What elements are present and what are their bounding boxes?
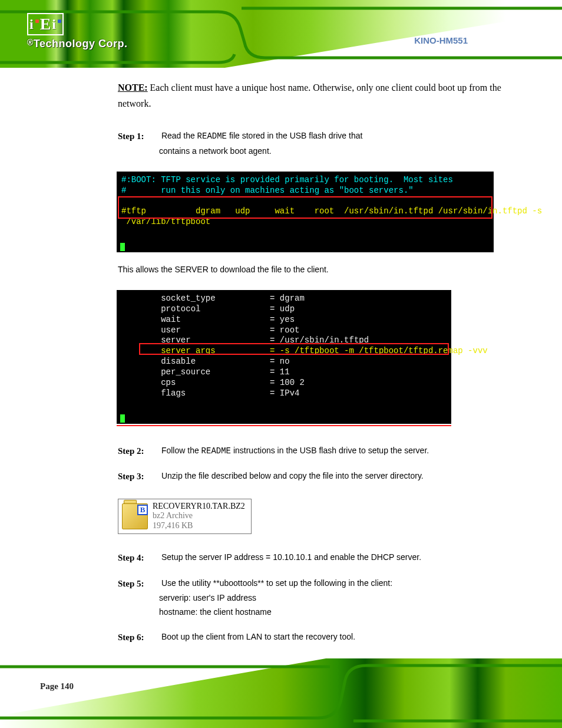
step-3: Step 3: Unzip the file described below a… xyxy=(118,469,536,485)
step-number: Step 3: xyxy=(118,469,159,485)
step-number: Step 1: xyxy=(118,129,159,144)
terminal-cursor-icon xyxy=(120,414,125,423)
step-text-cont: serverip: user's IP address xyxy=(159,591,536,605)
term-line: /var/lib/tftpboot xyxy=(121,217,210,226)
red-underline xyxy=(117,425,451,426)
step-2: Step 2: Follow the README instructions i… xyxy=(118,444,536,459)
step-text: Setup the server IP address = 10.10.10.1… xyxy=(161,552,421,562)
mid-paragraph: This allows the SERVER to download the f… xyxy=(118,263,536,277)
terminal-screenshot-2: socket_type = dgram protocol = udp wait … xyxy=(117,290,451,424)
step-text-cont: hostname: the client hostname xyxy=(159,605,536,620)
step-number: Step 2: xyxy=(118,444,159,459)
terminal-cursor-icon xyxy=(120,243,125,251)
term-line: # run this only on machines acting as "b… xyxy=(121,186,414,195)
step-text-cont: contains a network boot agent. xyxy=(159,144,536,159)
step-text: Follow the README instructions in the US… xyxy=(161,446,429,455)
step-1: Step 1: Read the README file stored in t… xyxy=(118,129,536,158)
step-text: Boot up the client from LAN to start the… xyxy=(161,632,355,641)
document-title: KINO-HM551 xyxy=(414,35,468,45)
step-text: Use the utility **uboottools** to set up… xyxy=(161,578,392,588)
step-number: Step 4: xyxy=(118,551,159,566)
file-type: bz2 Archive xyxy=(153,511,245,521)
terminal-screenshot-1: #:BOOT: TFTP service is provided primari… xyxy=(117,172,494,252)
step-text: Unzip the file described below and copy … xyxy=(161,471,424,480)
note-paragraph: NOTE: Each client must have a unique hos… xyxy=(118,80,536,111)
note-label: NOTE: xyxy=(118,83,148,93)
page-number: Page 140 xyxy=(32,678,82,695)
note-text: Each client must have a unique host name… xyxy=(118,83,501,108)
step-5: Step 5: Use the utility **uboottools** t… xyxy=(118,577,536,620)
step-text: Read the README file stored in the USB f… xyxy=(161,131,362,140)
term-line: #:BOOT: TFTP service is provided primari… xyxy=(121,175,453,185)
footer-decorative-band xyxy=(0,658,562,728)
file-name: RECOVERYR10.TAR.BZ2 xyxy=(153,502,245,512)
company-logo: i E i ®Technology Corp. xyxy=(27,13,128,50)
step-number: Step 5: xyxy=(118,577,159,592)
file-item: B RECOVERYR10.TAR.BZ2 bz2 Archive 197,41… xyxy=(118,499,252,534)
step-number: Step 6: xyxy=(118,630,159,645)
file-size: 197,416 KB xyxy=(153,521,245,531)
term-line: #tftp dgram udp wait root /usr/sbin/in.t… xyxy=(121,206,542,216)
step-4: Step 4: Setup the server IP address = 10… xyxy=(118,551,536,566)
step-6: Step 6: Boot up the client from LAN to s… xyxy=(118,630,536,645)
archive-file-icon: B xyxy=(122,503,148,529)
content-area: NOTE: Each client must have a unique hos… xyxy=(118,80,536,645)
